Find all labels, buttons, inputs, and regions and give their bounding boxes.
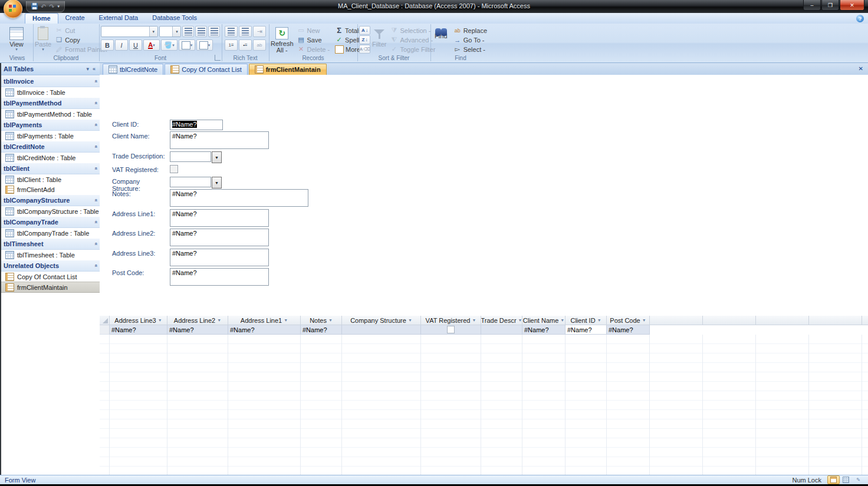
nav-group-header-tblcreditnote[interactable]: tblCreditNote« bbox=[1, 141, 100, 153]
office-button[interactable] bbox=[4, 0, 22, 18]
nav-item-frmclientadd[interactable]: frmClientAdd bbox=[1, 184, 100, 194]
cell-company-structure[interactable] bbox=[342, 325, 421, 335]
cell-client-id[interactable]: #Name? bbox=[565, 325, 607, 335]
toggle-filter-button[interactable]: ✓ Toggle Filter bbox=[388, 45, 437, 54]
column-header-client-name[interactable]: Client Name▼ bbox=[522, 316, 565, 325]
nav-group-header-tblpayments[interactable]: tblPayments« bbox=[1, 119, 100, 131]
gridlines-button[interactable]: ▾ bbox=[179, 39, 195, 51]
font-color-button[interactable]: A▾ bbox=[143, 39, 160, 51]
close-document-icon[interactable]: ✕ bbox=[859, 65, 863, 72]
nav-item-tblpayments-table[interactable]: tblPayments : Table bbox=[1, 131, 100, 141]
nav-item-tblpaymentmethod-table[interactable]: tblPaymentMethod : Table bbox=[1, 109, 100, 119]
refresh-all-button[interactable]: ↻ Refresh All - bbox=[271, 26, 294, 54]
view-button[interactable]: View ▾ bbox=[3, 26, 30, 54]
font-size-combo[interactable]: ▾ bbox=[159, 26, 182, 37]
bold-button[interactable]: B bbox=[101, 39, 114, 51]
column-dropdown-icon[interactable]: ▼ bbox=[642, 318, 646, 322]
field-address-line3-input[interactable]: #Name? bbox=[170, 249, 269, 266]
qat-dropdown-icon[interactable]: ▾ bbox=[57, 2, 60, 11]
redo-icon[interactable]: ↷ bbox=[49, 2, 54, 11]
field-post-code-input[interactable]: #Name? bbox=[170, 268, 269, 286]
bullets-button[interactable]: •≡ bbox=[239, 39, 252, 51]
maximize-button[interactable]: ❐ bbox=[821, 0, 839, 11]
field-trade-description-combo[interactable]: ▼ bbox=[170, 151, 222, 163]
column-dropdown-icon[interactable]: ▼ bbox=[518, 318, 522, 322]
datasheet-view-button[interactable] bbox=[840, 475, 852, 484]
numbering-button[interactable]: 1≡ bbox=[225, 39, 238, 51]
tab-database-tools[interactable]: Database Tools bbox=[145, 13, 204, 24]
cell-trade-descr[interactable] bbox=[481, 325, 522, 335]
nav-group-header-tblinvoice[interactable]: tblInvoice« bbox=[1, 75, 100, 87]
find-button[interactable]: Find bbox=[432, 26, 450, 54]
increase-indent-button[interactable] bbox=[239, 26, 252, 37]
nav-item-tblclient-table[interactable]: tblClient : Table bbox=[1, 174, 100, 184]
column-header-address-line1[interactable]: Address Line1▼ bbox=[228, 316, 301, 325]
nav-group-header-tblcompanytrade[interactable]: tblCompanyTrade« bbox=[1, 216, 100, 228]
nav-item-copy-of-contact-list[interactable]: Copy Of Contact List bbox=[1, 272, 100, 282]
tab-home[interactable]: Home bbox=[25, 13, 58, 24]
underline-button[interactable]: U bbox=[129, 39, 142, 51]
align-left-button[interactable] bbox=[182, 26, 194, 37]
column-header-trade-descr[interactable]: Trade Descr▼ bbox=[481, 316, 522, 325]
nav-item-tblcreditnote-table[interactable]: tblCreditNote : Table bbox=[1, 153, 100, 163]
font-name-combo[interactable]: ▾ bbox=[101, 26, 158, 37]
record-selector[interactable] bbox=[100, 325, 110, 335]
minimize-button[interactable]: – bbox=[803, 0, 821, 11]
delete-record-button[interactable]: ✕ Delete - bbox=[295, 45, 332, 54]
new-record-button[interactable]: ▭ New bbox=[295, 26, 332, 35]
fill-color-button[interactable]: 🪣▾ bbox=[161, 39, 177, 51]
text-direction-button[interactable]: ⇥ bbox=[253, 26, 266, 37]
decrease-indent-button[interactable] bbox=[225, 26, 238, 37]
field-client-name-input[interactable]: #Name? bbox=[170, 131, 269, 149]
nav-item-tblinvoice-table[interactable]: tblInvoice : Table bbox=[1, 87, 100, 97]
select-button[interactable]: ▻ Select - bbox=[452, 45, 489, 54]
field-notes-input[interactable]: #Name? bbox=[170, 189, 308, 207]
doc-tab-tblcreditnote[interactable]: tblCreditNote bbox=[103, 64, 163, 75]
advanced-filter-button[interactable]: ⧨ Advanced - bbox=[388, 35, 437, 44]
sort-ascending-button[interactable]: A↓ bbox=[359, 26, 370, 35]
cell-address-line2[interactable]: #Name? bbox=[167, 325, 228, 335]
align-right-button[interactable] bbox=[208, 26, 220, 37]
nav-group-header-tblclient[interactable]: tblClient« bbox=[1, 163, 100, 174]
save-record-button[interactable]: ▤ Save bbox=[295, 35, 332, 44]
column-header-address-line2[interactable]: Address Line2▼ bbox=[167, 316, 228, 325]
undo-icon[interactable]: ↶ bbox=[41, 2, 46, 11]
column-header-notes[interactable]: Notes▼ bbox=[301, 316, 342, 325]
nav-item-frmclientmaintain[interactable]: frmClientMaintain bbox=[1, 282, 100, 293]
nav-item-tblcompanytrade-table[interactable]: tblCompanyTrade : Table bbox=[1, 228, 100, 238]
filter-button[interactable]: Filter bbox=[372, 26, 386, 54]
cell-address-line1[interactable]: #Name? bbox=[228, 325, 301, 335]
cell-address-line3[interactable]: #Name? bbox=[110, 325, 167, 335]
column-header-post-code[interactable]: Post Code▼ bbox=[607, 316, 650, 325]
field-address-line1-input[interactable]: #Name? bbox=[170, 209, 269, 227]
doc-tab-frmclientmaintain[interactable]: frmClientMaintain bbox=[249, 64, 327, 75]
paste-button[interactable]: Paste ▾ bbox=[35, 26, 51, 54]
tab-create[interactable]: Create bbox=[58, 13, 92, 24]
design-view-button[interactable]: ✎ bbox=[852, 475, 864, 484]
nav-group-header-tblcompanystructure[interactable]: tblCompanyStructure« bbox=[1, 194, 100, 206]
column-dropdown-icon[interactable]: ▼ bbox=[284, 318, 288, 322]
column-dropdown-icon[interactable]: ▼ bbox=[328, 318, 333, 322]
cell-notes[interactable]: #Name? bbox=[301, 325, 342, 335]
field-address-line2-input[interactable]: #Name? bbox=[170, 229, 269, 246]
column-header-address-line3[interactable]: Address Line3▼ bbox=[110, 316, 167, 325]
column-dropdown-icon[interactable]: ▼ bbox=[158, 318, 162, 322]
column-dropdown-icon[interactable]: ▼ bbox=[560, 318, 564, 322]
italic-button[interactable]: I bbox=[115, 39, 128, 51]
highlight-button[interactable]: ab bbox=[253, 39, 266, 51]
nav-menu-dropdown-icon[interactable]: ▾ bbox=[84, 66, 91, 72]
field-client-id-input[interactable]: #Name? bbox=[170, 120, 223, 130]
cell-vat-registered[interactable] bbox=[421, 325, 481, 335]
alternate-fill-button[interactable]: ▾ bbox=[196, 39, 213, 51]
column-dropdown-icon[interactable]: ▼ bbox=[597, 318, 601, 322]
selection-button[interactable]: ⧩ Selection - bbox=[388, 26, 437, 35]
close-button[interactable]: ✕ bbox=[840, 0, 864, 11]
nav-item-tbltimesheet-table[interactable]: tblTimesheet : Table bbox=[1, 250, 100, 260]
nav-item-tblcompanystructure-table[interactable]: tblCompanyStructure : Table bbox=[1, 206, 100, 216]
nav-group-header-unrelated-objects[interactable]: Unrelated Objects« bbox=[1, 260, 100, 272]
nav-group-header-tblpaymentmethod[interactable]: tblPaymentMethod« bbox=[1, 97, 100, 109]
save-icon[interactable] bbox=[31, 3, 38, 9]
column-dropdown-icon[interactable]: ▼ bbox=[408, 318, 412, 322]
nav-pane-header[interactable]: All Tables ▾ « bbox=[1, 63, 100, 75]
sort-descending-button[interactable]: Z↓ bbox=[359, 35, 370, 44]
